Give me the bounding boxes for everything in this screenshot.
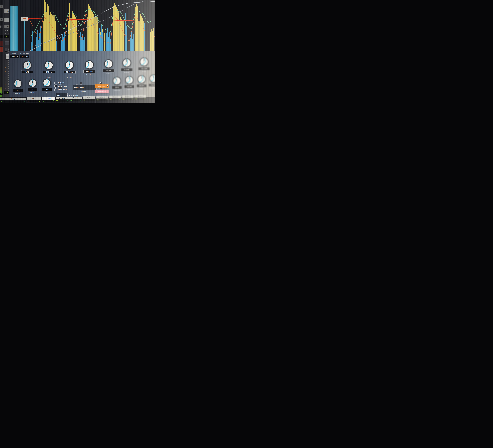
track-column: DI_su 2dly0 <box>82 97 96 103</box>
knob-label: TILT <box>45 92 48 93</box>
track-delay-display: dly0 <box>56 100 68 102</box>
knob-value[interactable]: 0% <box>42 88 52 91</box>
knob-value[interactable]: 8.3:1 <box>22 71 33 73</box>
knob-value[interactable]: 100% <box>112 86 122 89</box>
sync-d-button[interactable]: D <box>99 81 102 84</box>
track-column: DI_sn 2dly0 <box>109 97 122 103</box>
track-column: Vo herdly0 <box>0 97 26 103</box>
track-name-tab[interactable]: Aux 2 <box>27 97 41 100</box>
input-label: INPUT <box>10 53 19 54</box>
threshold-value[interactable]: -32.1 dB <box>20 55 29 58</box>
knob-value[interactable]: 0.0 dB <box>124 85 134 88</box>
track-column: DI_oh 2dly0 <box>134 97 146 103</box>
knob-value[interactable]: -13.2 dB <box>138 67 150 70</box>
track-name-tab[interactable]: DI_su 2 <box>83 96 95 99</box>
mixer-strip-prev: + ▼ ▶ 0 <box>0 0 3 103</box>
knob-label: RELEASE <box>86 74 93 75</box>
track-delay-display: dly0 <box>96 99 108 101</box>
input-level-meter <box>10 6 18 52</box>
knob-sub-value: 37.50 ms <box>67 77 72 78</box>
knob-value[interactable]: 9.38 ms <box>43 71 55 73</box>
knob-range[interactable]: 8.3 dBRANGE <box>119 58 135 73</box>
threshold-label: THRESHOLD <box>20 53 30 54</box>
knob-release[interactable]: 75.00 msRELEASE75.00 ms <box>81 60 97 78</box>
track-delay-display: dly0 <box>42 100 55 102</box>
track-delay-display: dly0 <box>69 99 82 101</box>
knob-gain[interactable]: -13.2 dBGAIN <box>136 57 152 72</box>
checkbox-label: BYPASS <box>58 82 64 84</box>
checkbox-auto-gain[interactable] <box>54 85 57 88</box>
chevron-down-icon[interactable]: ▼ <box>0 18 3 21</box>
checkbox-label: AUTO GAIN <box>58 86 67 87</box>
knob-value[interactable]: 8.3 dB <box>121 68 132 71</box>
knob-value[interactable]: 100.0% <box>137 85 146 87</box>
gain-line-white <box>30 1 155 51</box>
fader-scale: 12605101520304060 <box>4 0 6 103</box>
knob-ratio[interactable]: 8.3:1RATIO <box>19 60 35 76</box>
envelope-curve-green <box>30 9 155 38</box>
checkbox-row: AUTO GAIN <box>54 85 67 88</box>
pan-display: ▶ <box>0 35 3 38</box>
knob-value[interactable]: 0.2 dB <box>149 84 155 87</box>
checkbox-note-grid[interactable]: ✓ <box>54 89 57 91</box>
checkbox-bypass[interactable] <box>54 81 57 84</box>
knob-hold[interactable]: 37.50 msHOLD37.50 ms <box>62 60 78 78</box>
knob-value[interactable]: 2.0 dB <box>103 69 114 72</box>
knob-value[interactable]: 1 <box>28 89 37 91</box>
track-name-tab[interactable]: DI_oh 2 <box>134 95 146 98</box>
knob-label: OUTPUT <box>151 87 155 89</box>
knob-label: INPUT <box>127 89 132 90</box>
knob-attack[interactable]: 9.38 msATTACK9.38 ms <box>41 60 57 78</box>
track-name-tab[interactable]: V0 main <box>42 97 55 100</box>
checkbox-row: ✓NOTE GRID <box>54 89 67 91</box>
knob-output[interactable]: 0.2 dBOUTPUT <box>146 74 155 89</box>
record-arm-button[interactable] <box>0 47 3 52</box>
knob-label: MIX <box>140 88 143 90</box>
mixer-strip-current: 172 MA auto no g ◄100 I S 12605101520304… <box>3 0 10 103</box>
daw-mixer: + ▼ ▶ 0 172 MA auto no g ◄100 I S 126051… <box>0 0 10 103</box>
knob-label: ATTACK <box>46 74 52 76</box>
knob-damping[interactable]: 1DAMPING <box>24 79 41 93</box>
pan-knob[interactable] <box>0 25 4 28</box>
fader-scale-tick: 15 <box>5 70 6 72</box>
track-name-tab[interactable]: Vo her <box>0 98 26 100</box>
fader-scale-tick: 20 <box>5 75 6 76</box>
advanced-button[interactable]: ADVANCED <box>95 90 109 93</box>
checkbox-row: BYPASS <box>54 81 64 84</box>
track-name-tab[interactable]: DI_sn_1 <box>96 96 108 99</box>
checkbox-label: NOTE GRID <box>58 89 67 91</box>
input-value[interactable]: -14.3 dB <box>10 55 19 58</box>
knob-label: DAMPING <box>29 92 36 93</box>
sync-d-button[interactable]: D <box>80 82 82 85</box>
waveform-display <box>30 0 155 51</box>
track-column: DI_su_1dly0 <box>69 97 82 103</box>
gain-line-grey <box>31 1 146 47</box>
compressor-plugin-window: DEEP INPUT -14.3 dB THRESHOLD -32.1 dB 8… <box>10 0 155 97</box>
track-name-tab[interactable]: DI_oh_1 <box>122 95 134 98</box>
fader-cap[interactable] <box>6 54 9 59</box>
threshold-slider-track[interactable] <box>24 20 24 51</box>
track-name-tab[interactable]: DI_su_1 <box>69 97 82 99</box>
knob-label: RATIO <box>25 74 29 76</box>
record-button[interactable] <box>0 41 3 45</box>
track-name-tab[interactable]: DI_kick_1 <box>56 97 68 99</box>
nudge-arrows-icon[interactable]: ▲▼ <box>6 95 8 96</box>
threshold-deep-handle[interactable]: DEEP <box>21 17 29 21</box>
nudge-plus-icon[interactable]: + <box>0 5 3 8</box>
knob-label: SMOOTH <box>114 90 120 91</box>
track-name-tab[interactable]: DI_sn 2 <box>109 96 121 98</box>
knob-value[interactable]: 37.50 ms <box>64 71 75 73</box>
track-column: Aux 2dly0 <box>26 97 41 103</box>
controls-panel: INPUT -14.3 dB THRESHOLD -32.1 dB 8.3:1R… <box>10 51 155 98</box>
knob-sub-value: 75.00 ms <box>87 76 92 78</box>
mouse-cursor <box>106 84 109 87</box>
knob-force[interactable]: 1.00FORCE <box>10 79 26 94</box>
knob-knee[interactable]: 2.0 dBKNEE <box>101 59 117 74</box>
knob-tilt[interactable]: 0%TILT <box>39 78 55 93</box>
knob-value[interactable]: 75.00 ms <box>84 70 95 73</box>
physics-mode-dropdown[interactable]: F=ma Heavy⌄ <box>73 85 97 90</box>
physics-mode-caption: Physics Mode <box>73 91 93 92</box>
daw-track-strip: Vo herdly0Aux 2dly0V0 maindly0DI_kick_1d… <box>0 97 155 103</box>
knob-value[interactable]: 1.00 <box>13 89 23 92</box>
knob-label: RANGE <box>124 72 129 73</box>
